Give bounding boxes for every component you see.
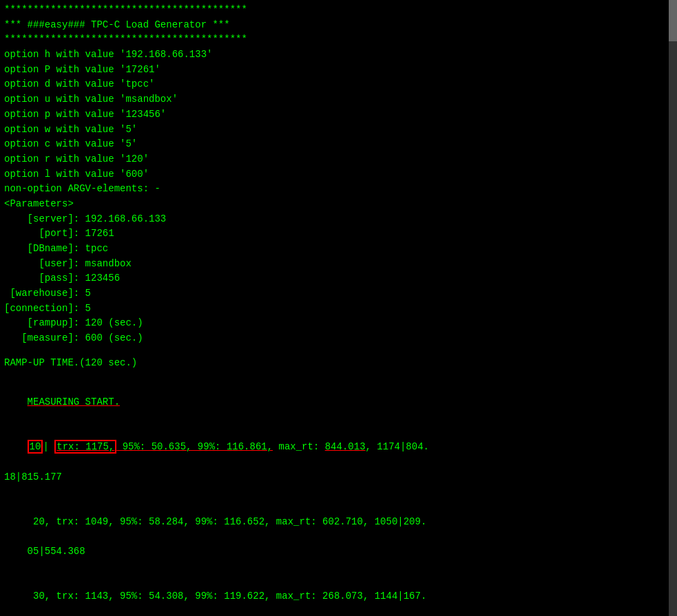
data-row-20: 20, trx: 1049, 95%: 58.284, 99%: 116.652… — [4, 500, 673, 574]
param-server: [server]: 192.168.66.133 — [4, 212, 673, 227]
measuring-text: MEASURING START. — [28, 396, 120, 407]
measuring-line: MEASURING START. — [4, 381, 673, 425]
param-warehouse: [warehouse]: 5 — [4, 286, 673, 301]
data-row-30: 30, trx: 1143, 95%: 54.308, 99%: 119.622… — [4, 574, 673, 616]
option-r: option r with value '120' — [4, 152, 673, 167]
data-row-10: 10| trx: 1175, 95%: 50.635, 99%: 116.861… — [4, 425, 673, 500]
option-u: option u with value 'msandbox' — [4, 92, 673, 107]
row-10-maxrt-val: 844.013 — [325, 441, 366, 452]
param-port: [port]: 17261 — [4, 226, 673, 242]
row-id-10: 10 — [28, 440, 43, 454]
option-c: option c with value '5' — [4, 137, 673, 152]
header-title: *** ###easy### TPC-C Load Generator *** — [4, 18, 673, 33]
row-10-trx: trx: 1175, — [54, 440, 116, 454]
option-l: option l with value '600' — [4, 167, 673, 182]
param-measure: [measure]: 600 (sec.) — [4, 331, 673, 346]
header-stars-top: ****************************************… — [4, 3, 673, 18]
parameters-header: <Parameters> — [4, 197, 673, 212]
row-20-content: 20, trx: 1049, 95%: 58.284, 99%: 116.652… — [28, 516, 427, 527]
scrollbar[interactable] — [669, 0, 677, 616]
row-10-maxrt-label: max_rt: — [273, 441, 325, 452]
row-30-content: 30, trx: 1143, 95%: 54.308, 99%: 119.622… — [28, 591, 427, 602]
rampup-line: RAMP-UP TIME.(120 sec.) — [4, 356, 673, 371]
param-user: [user]: msandbox — [4, 257, 673, 272]
header-stars-bottom: ****************************************… — [4, 32, 673, 47]
param-dbname: [DBname]: tpcc — [4, 242, 673, 257]
row-10-rest: , 1174|804. — [366, 441, 429, 452]
param-pass: [pass]: 123456 — [4, 271, 673, 286]
option-p: option p with value '123456' — [4, 107, 673, 123]
option-h: option h with value '192.168.66.133' — [4, 47, 673, 63]
option-P: option P with value '17261' — [4, 63, 673, 78]
non-option-line: non-option ARGV-elements: - — [4, 182, 673, 197]
terminal-window: ****************************************… — [0, 0, 677, 616]
row-10-95pct: 95%: 50.635, 99%: 116.861, — [116, 441, 273, 452]
row-10-cont: 18|815.177 — [4, 471, 62, 482]
row-10-separator: | — [43, 441, 54, 452]
param-connection: [connection]: 5 — [4, 301, 673, 317]
option-d: option d with value 'tpcc' — [4, 77, 673, 92]
param-rampup: [rampup]: 120 (sec.) — [4, 316, 673, 331]
scrollbar-thumb[interactable] — [669, 0, 677, 41]
option-w: option w with value '5' — [4, 123, 673, 138]
row-20-cont: 05|554.368 — [28, 546, 85, 557]
